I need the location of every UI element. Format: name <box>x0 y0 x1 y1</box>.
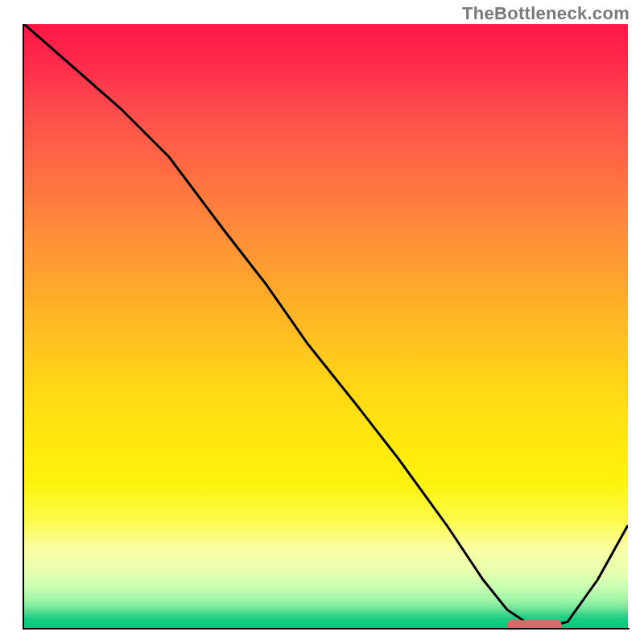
x-axis <box>23 628 630 630</box>
chart-container: TheBottleneck.com <box>0 0 644 644</box>
gradient-background <box>24 24 628 628</box>
watermark-text: TheBottleneck.com <box>462 3 630 24</box>
plot-area <box>24 24 628 628</box>
y-axis <box>23 24 24 630</box>
